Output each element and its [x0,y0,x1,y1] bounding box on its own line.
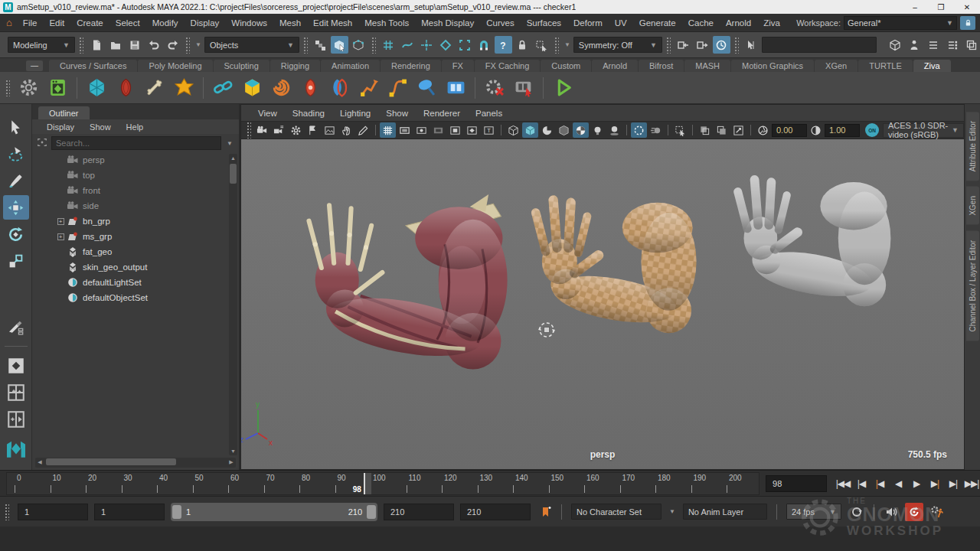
ziva-fiber-icon[interactable] [268,75,294,101]
shelf-tab-motion-graphics[interactable]: Motion Graphics [731,60,814,72]
grid-toggle-button[interactable] [380,122,396,138]
safe-title-button[interactable]: T [481,122,497,138]
gate-mask-button[interactable] [430,122,446,138]
select-object-button[interactable] [331,36,348,54]
step-forward-frame-button[interactable]: ▶| [945,475,962,492]
shelf-tab-ziva[interactable]: Ziva [913,60,951,72]
menu-file[interactable]: File [17,18,44,28]
layout-single-pane-button[interactable] [3,354,29,378]
ziva-bone-icon[interactable] [142,75,168,101]
menu-deform[interactable]: Deform [567,18,609,28]
outliner-item-bn_grp[interactable]: +bn_grp [32,214,239,229]
wireframe-on-shaded-button[interactable] [556,122,572,138]
outliner-horizontal-scrollbar[interactable]: ◀ ▶ [35,458,236,468]
ziva-line-of-action-icon[interactable] [355,75,381,101]
expand-icon[interactable]: + [55,218,66,225]
ziva-tissue-icon[interactable] [83,75,109,101]
flat-shade-button[interactable] [539,122,555,138]
outliner-item-top[interactable]: top [32,168,239,183]
save-scene-button[interactable] [126,36,143,54]
input-connections-button[interactable] [675,36,692,54]
menu-arnold[interactable]: Arnold [720,18,757,28]
viewport-menu-shading[interactable]: Shading [285,109,332,118]
outliner-item-defaultLightSet[interactable]: defaultLightSet [32,275,239,290]
scroll-down-icon[interactable]: ▼ [229,447,237,455]
outliner-search-input[interactable] [51,136,221,150]
close-button[interactable]: ✕ [954,0,980,14]
menuset-dropdown[interactable]: Modeling▼ [8,37,75,53]
open-scene-button[interactable] [106,36,124,54]
outliner-item-ms_grp[interactable]: +ms_grp [32,229,239,244]
motion-blur-button[interactable] [648,122,664,138]
shelf-tab-rendering[interactable]: Rendering [381,60,441,72]
select-camera-icon[interactable] [254,122,270,138]
resolution-gate-button[interactable] [413,122,430,138]
scroll-right-icon[interactable]: ▶ [227,458,236,466]
playback-end-field[interactable]: 210 [384,504,454,520]
mute-button[interactable] [882,503,900,521]
play-backwards-button[interactable]: ◀ [890,475,906,492]
chevron-down-icon[interactable]: ▼ [564,41,570,48]
lock-selection-button[interactable] [514,36,531,54]
channel-box-button[interactable] [962,36,980,54]
next-key-button[interactable]: ▶| [926,475,943,492]
auto-keyframe-button[interactable] [905,503,923,521]
ziva-run-simulation-icon[interactable] [550,75,576,101]
scroll-up-icon[interactable]: ▲ [229,154,237,162]
range-slider[interactable]: 1 210 [171,503,377,521]
shelf-collapse-button[interactable]: — [26,60,43,71]
lasso-select-tool[interactable] [3,142,29,166]
home-icon[interactable]: ⌂ [6,17,12,28]
select-hierarchy-button[interactable] [312,36,329,54]
viewport-menu-view[interactable]: View [250,109,285,118]
menu-mesh-display[interactable]: Mesh Display [415,18,480,28]
current-frame-marker[interactable] [364,473,371,494]
animation-start-field[interactable]: 1 [18,504,88,520]
color-managed-toggle[interactable]: ON [865,123,879,137]
ziva-rest-shape-icon[interactable] [326,75,352,101]
bookmark-icon[interactable] [305,122,321,138]
shelf-tab-xgen[interactable]: XGen [815,60,858,72]
shelf-tab-animation[interactable]: Animation [321,60,380,72]
shelf-tab-arnold[interactable]: Arnold [592,60,638,72]
shelf-tab-bifrost[interactable]: Bifrost [639,60,684,72]
xray-button[interactable] [697,122,713,138]
last-tool-icon[interactable] [3,315,29,339]
animation-end-field[interactable]: 210 [460,504,531,520]
playback-start-field[interactable]: 1 [94,504,165,520]
previous-key-button[interactable]: |◀ [871,475,888,492]
ziva-attachment-icon[interactable] [210,75,236,101]
ziva-muscle-icon[interactable] [113,75,139,101]
paint-select-tool[interactable] [3,168,29,193]
ziva-material-icon[interactable] [239,75,265,101]
shelf-tab-fx[interactable]: FX [442,60,474,72]
ziva-solver-icon[interactable] [44,75,70,101]
shelf-tab-mash[interactable]: MASH [684,60,730,72]
ziva-delete-icon[interactable] [482,75,508,101]
character-set-dropdown[interactable]: No Character Set [571,504,662,520]
shelf-tab-fx-caching[interactable]: FX Caching [475,60,540,72]
current-frame-field[interactable]: 98 [766,475,827,492]
snap-grid-button[interactable] [380,36,397,54]
viewport-menu-show[interactable]: Show [378,109,416,118]
set-key-button[interactable] [537,503,555,521]
ziva-cache-icon[interactable] [443,75,469,101]
rotate-tool[interactable] [3,222,29,246]
attribute-editor-button[interactable] [924,36,942,54]
timeline-ruler[interactable]: 0102030405060708090100110120130140150160… [6,472,760,495]
contrast-icon[interactable] [808,122,824,138]
sidebar-tab-attribute-editor[interactable]: Attribute Editor [966,112,979,181]
shelf-tab-rigging[interactable]: Rigging [270,60,320,72]
play-forward-button[interactable]: ▶ [908,475,925,492]
outliner-item-side[interactable]: side [32,198,239,214]
menu-curves[interactable]: Curves [480,18,520,28]
outliner-menu-show[interactable]: Show [83,122,118,132]
sidebar-tab-channel-box-layer-editor[interactable]: Channel Box / Layer Editor [966,231,979,341]
checker-arm-model[interactable] [536,200,697,333]
viewport-snapshot-button[interactable] [730,122,746,138]
step-back-frame-button[interactable]: |◀ [853,475,870,492]
viewport-menu-lighting[interactable]: Lighting [332,109,378,118]
range-end-handle[interactable] [367,505,376,519]
xray-joints-button[interactable] [714,122,730,138]
humanik-button[interactable] [905,36,923,54]
